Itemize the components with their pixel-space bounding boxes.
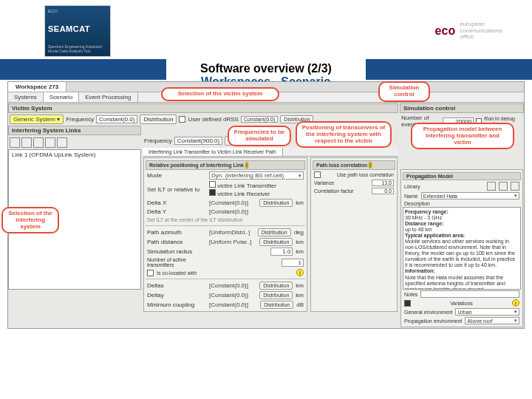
info-icon[interactable]: i [369,162,372,168]
info-icon[interactable]: i [296,269,304,276]
eco-logo: eco european communications office [435,21,502,41]
radio-vlt[interactable] [209,181,216,188]
seamcat-logo: ECO SEAMCAT Spectrum Engineering Advance… [44,5,111,57]
plc-header: Path loss correlation i [313,160,395,170]
vs-freq-value: Constant(0.0) [96,115,137,123]
pdi-dist[interactable]: Distribution [259,238,293,246]
dlt2-dist[interactable]: Distribution [259,291,293,299]
info-icon[interactable]: i [245,162,248,168]
title-bar: Software overview (2/3) Workspaces - Sce… [0,59,532,80]
logo-sub: Spectrum Engineering Advanced Monte Carl… [48,44,107,53]
tab-path[interactable]: Interfering Link Transmitter to Victim L… [143,148,283,156]
logo-eco: ECO [48,9,107,13]
mode-label: Mode [147,172,206,179]
tab-scenario[interactable]: Scenario [44,92,80,102]
variations-check[interactable] [404,300,411,307]
pm-name-combo[interactable]: Extended Hata [421,192,519,200]
note: Set ILT at the center of the ILT distrib… [146,216,305,224]
relpos-header: Relative positioning of Interfering Link… [146,160,305,170]
copy-icon[interactable] [21,137,32,148]
pm-header: Propagation Model [403,172,521,180]
dx-dist[interactable]: Distribution [259,199,293,207]
prop-model-panel: Propagation Model Library NameExtended H… [400,169,523,327]
callout-sim: Simulation control [378,81,430,102]
org-l3: office [460,34,502,41]
lib-import-icon[interactable] [487,182,496,191]
down-icon[interactable] [57,137,67,148]
callout-freq: Frequencies to be simulated [228,126,291,146]
isl-toolbar [8,136,141,149]
pm-notes-input[interactable] [420,290,519,298]
mc-dist[interactable]: Distribution [260,301,293,309]
sr-input[interactable]: 1.0 [270,248,293,256]
pe-combo[interactable]: Above roof [465,317,519,324]
freq-label: Frequency [66,116,94,123]
pm-desc-box: Frequency range:30 MHz - 3 GHz Distance … [403,207,521,290]
paz-dist[interactable]: Distribution [258,228,291,236]
udrss-value: Constant(0.0) [241,116,278,123]
var-input[interactable]: 13.0 [372,180,394,186]
udrss-label: User defined dRSS [188,116,238,123]
udrss-check[interactable] [179,116,185,123]
dlt-dist[interactable]: Distribution [259,282,293,290]
use-plc-check[interactable] [314,171,321,178]
title-l1: Software overview (2/3) [166,62,366,75]
add-icon[interactable] [10,137,20,148]
isl-item[interactable]: Link 1 (OFDMA UpLink System) [12,151,137,158]
logo-name: SEAMCAT [48,24,107,33]
relto-label: Set ILT or relative to [147,186,206,193]
cf-input[interactable]: 0.0 [372,188,394,194]
callout-int: Selection of the interfering system [1,207,59,233]
vs-freq-dist-button[interactable]: Distribution [140,115,177,124]
sim-header: Simulation control [400,103,524,113]
mode-combo[interactable]: Dyn. (interfering BS ref.cell) [209,171,304,180]
callout-prop: Propagation model between interfering tr… [411,123,514,149]
nat-input[interactable]: 1 [282,259,304,267]
victim-system-select[interactable]: Generic System ▾ [10,115,64,124]
info-icon[interactable]: i [512,299,519,307]
tab-event-processing[interactable]: Event Processing [79,92,137,102]
isl-header: Interfering System Links [8,126,141,135]
lib-export-icon[interactable] [499,182,508,191]
il-freq-label: Frequency [144,137,172,144]
coloc-check[interactable] [147,270,154,276]
callout-victim: Selection of the victim system [161,87,279,101]
eco-text: eco [435,24,456,38]
tab-workspace[interactable]: Workspace 273 [8,82,66,92]
tab-systems[interactable]: Systems [8,92,44,102]
callout-pos: Positioning of transceivers of the inter… [296,121,392,148]
delete-icon[interactable] [33,137,44,148]
victim-system-header: Victim System [8,103,398,113]
radio-vlr[interactable] [209,189,216,196]
slide-header: ECO SEAMCAT Spectrum Engineering Advance… [0,0,532,59]
up-icon[interactable] [45,137,55,148]
il-freq-value: Constant(900.0) [174,137,222,145]
app-window: Workspace 273 Systems Scenario Event Pro… [7,81,525,329]
ge-combo[interactable]: Urban [455,308,519,316]
lib-reset-icon[interactable] [511,182,519,191]
